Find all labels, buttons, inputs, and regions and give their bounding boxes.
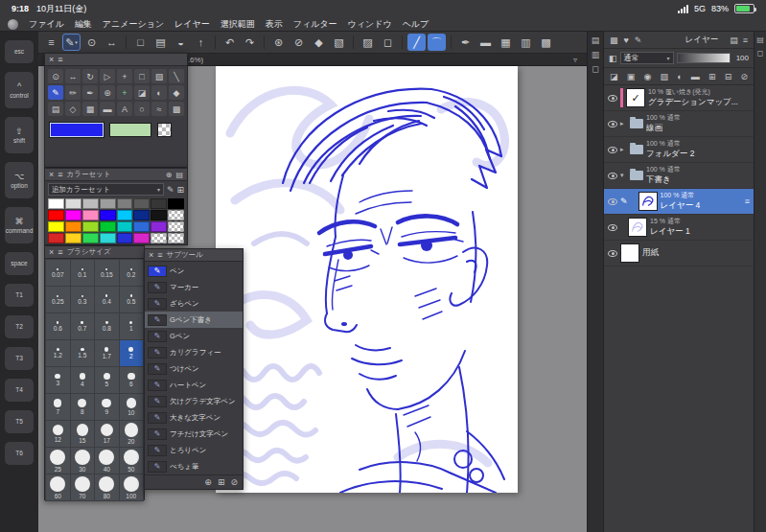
color-swatch-5[interactable] (133, 198, 150, 209)
subtool-item-12[interactable]: ✎べちょ筆 (145, 458, 243, 474)
eraser-tool[interactable]: ◪ (134, 85, 150, 100)
decoration-tool[interactable]: + (117, 85, 132, 100)
visibility-eye-icon[interactable] (608, 121, 617, 127)
brush-size-0.4[interactable]: 0.4 (95, 287, 119, 312)
color-swatch-2[interactable] (82, 198, 99, 209)
layer-row-4[interactable]: ✎100 % 通常レイヤー 4≡ (604, 189, 754, 215)
subtool-item-5[interactable]: ✎カリグラフィー (145, 344, 243, 360)
subtool-item-4[interactable]: ✎Gペン (145, 328, 243, 344)
menu-item-0[interactable]: ファイル (29, 18, 64, 31)
balloon-tool[interactable]: ○ (134, 102, 150, 116)
color-swatch-17[interactable] (65, 221, 81, 232)
color-swatch-31[interactable] (168, 233, 184, 243)
subtool-item-10[interactable]: ✎フチだけ文字ペン (145, 426, 243, 442)
subtool-item-11[interactable]: ✎とろりペン (145, 442, 243, 458)
material-button[interactable]: ▥ (517, 34, 535, 51)
color-swatch-3[interactable] (100, 198, 116, 209)
canvas[interactable] (216, 66, 518, 493)
color-swatch-14[interactable] (151, 210, 167, 220)
color-swatch-6[interactable] (151, 198, 167, 209)
color-swatch-21[interactable] (133, 221, 150, 232)
brush-size-17[interactable]: 17 (95, 421, 119, 447)
palette-tab-icon[interactable]: ▩ (610, 35, 618, 45)
move-tool[interactable]: ↔ (65, 69, 81, 83)
curve-button[interactable]: ⌒ (428, 34, 446, 51)
blend-mode-select[interactable]: 通常 ▾ (620, 52, 674, 64)
ruler-tool[interactable]: ▬ (100, 102, 115, 116)
selection-tool[interactable]: □ (134, 69, 150, 83)
color-swatch-4[interactable] (117, 198, 133, 209)
brush-size-4[interactable]: 4 (71, 367, 95, 393)
brush-size-10[interactable]: 10 (120, 394, 144, 420)
layer-row-6[interactable]: 用紙 (604, 241, 754, 266)
color-swatch-9[interactable] (65, 210, 81, 220)
edge-key-T2[interactable]: T2 (5, 315, 34, 338)
edge-key-T5[interactable]: T5 (5, 410, 34, 433)
subtool-item-6[interactable]: ✎つけペン (145, 360, 243, 377)
color-swatch-23[interactable] (168, 221, 184, 232)
straight-line-button[interactable]: ╱ (407, 34, 426, 51)
ruler-button[interactable]: ▬ (476, 34, 495, 51)
combine-mode-icon[interactable]: ◧ (609, 54, 617, 63)
edge-key-space[interactable]: space (5, 252, 34, 275)
edge-key-shift[interactable]: ⇧shift (5, 117, 34, 153)
color-swatch-7[interactable] (168, 198, 184, 209)
delete-icon[interactable]: ⊘ (740, 72, 748, 81)
color-swatch-24[interactable] (48, 233, 64, 243)
brush-size-1[interactable]: 1 (120, 313, 144, 339)
subtool-tab-icon[interactable]: ✎ (635, 35, 642, 45)
layer-row-1[interactable]: ▸100 % 通常線画 (604, 111, 754, 137)
blend-tool[interactable]: ◐ (151, 85, 167, 100)
airbrush-tool[interactable]: ⊛ (100, 85, 115, 100)
lock-icon[interactable]: ◉ (643, 72, 651, 81)
hand-button[interactable]: ↔ (103, 34, 121, 51)
layer-move-tool[interactable]: + (117, 69, 132, 83)
color-set-dropdown[interactable]: 追加カラーセット ▾ (48, 183, 164, 196)
eyedropper-tool[interactable]: ╲ (169, 69, 184, 83)
brush-size-8[interactable]: 8 (71, 394, 95, 420)
close-icon[interactable]: × (49, 55, 54, 64)
edit-color-icon[interactable]: ✎ (167, 185, 174, 195)
app-logo-icon[interactable] (8, 19, 18, 30)
subtool-item-1[interactable]: ✎マーカー (145, 279, 243, 295)
color-options-icon[interactable]: ▤ (175, 171, 183, 179)
current-tool-button[interactable]: ✎▾ (62, 34, 81, 51)
brush-size-20[interactable]: 20 (120, 421, 144, 447)
color-swatch-13[interactable] (133, 210, 150, 220)
primary-color-swatch[interactable] (50, 123, 104, 137)
favorites-tab-icon[interactable]: ♥ (624, 35, 629, 45)
pencil-tool[interactable]: ✏ (65, 85, 81, 100)
visibility-eye-icon[interactable] (608, 224, 617, 231)
airbrush-button[interactable]: ⊛ (269, 34, 288, 51)
open-file-button[interactable]: ▤ (151, 34, 170, 51)
canvas-menu-chevron-icon[interactable]: ▿ (573, 56, 581, 64)
brush-size-1.5[interactable]: 1.5 (71, 340, 95, 366)
color-grid-icon[interactable]: ⊞ (176, 185, 184, 195)
subtool-item-3[interactable]: ✎Gペン下書き (145, 312, 243, 328)
menu-item-3[interactable]: レイヤー (174, 18, 210, 31)
color-swatch-16[interactable] (48, 221, 64, 232)
workspace-menu-button[interactable]: ≡ (42, 34, 60, 51)
brush-size-15[interactable]: 15 (71, 421, 95, 447)
color-swatch-28[interactable] (117, 233, 133, 243)
layer-row-2[interactable]: ▸100 % 通常フォルダー 2 (604, 137, 754, 163)
color-swatch-25[interactable] (65, 233, 81, 243)
panel-menu-icon[interactable]: ≡ (743, 35, 748, 45)
color-swatch-15[interactable] (168, 210, 184, 220)
brush-size-0.5[interactable]: 0.5 (120, 287, 144, 312)
brush-size-0.3[interactable]: 0.3 (71, 287, 95, 312)
delete-subtool-icon[interactable]: ⊘ (230, 477, 238, 487)
color-swatch-12[interactable] (117, 210, 133, 220)
folder-arrow-icon[interactable]: ▸ (620, 120, 627, 127)
text-tool[interactable]: A (117, 102, 132, 116)
folder-arrow-icon[interactable]: ▾ (620, 172, 627, 179)
panel-menu-icon[interactable]: ≡ (58, 170, 62, 179)
brush-tool[interactable]: ✒ (82, 85, 98, 100)
color-swatch-26[interactable] (82, 233, 99, 243)
brush-size-50[interactable]: 50 (120, 448, 144, 474)
shape-tool[interactable]: ◇ (65, 102, 81, 116)
mask-icon[interactable]: ◐ (677, 72, 682, 81)
rail-panel-1-icon[interactable]: ▤ (756, 35, 764, 44)
zoom-button[interactable]: ⊙ (82, 34, 101, 51)
brush-size-40[interactable]: 40 (95, 448, 119, 474)
